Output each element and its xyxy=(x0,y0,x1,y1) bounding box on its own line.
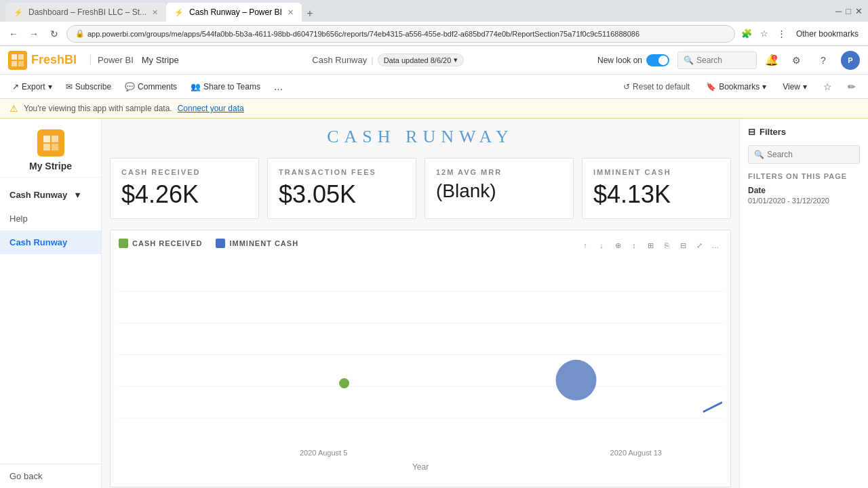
sidebar-item-help[interactable]: Help xyxy=(0,207,101,230)
tab1-close[interactable]: ✕ xyxy=(152,8,158,17)
filters-on-page-label: Filters on this page xyxy=(748,172,860,180)
app-container: FreshBI Power BI My Stripe Cash Runway |… xyxy=(0,46,868,488)
chart-more-btn[interactable]: … xyxy=(709,239,722,252)
sidebar-help-label: Help xyxy=(9,214,28,224)
minimize-btn[interactable]: ─ xyxy=(835,6,842,16)
browser-tabs: ⚡ Dashboard – FreshBI LLC – St... ✕ ⚡ Ca… xyxy=(5,0,318,22)
info-banner: ⚠ You're viewing this app with sample da… xyxy=(0,99,868,119)
sidebar-item-cash-runway-header[interactable]: Cash Runway ▾ xyxy=(0,183,101,207)
sidebar-cash-runway-label: Cash Runway xyxy=(9,190,67,200)
notification-bell[interactable]: 🔔 1 xyxy=(765,54,778,66)
legend-cash-received: CASH RECEIVED xyxy=(119,239,202,248)
data-updated-text: Data updated 8/6/20 xyxy=(384,56,452,64)
export-button[interactable]: ↗ Export ▾ xyxy=(7,79,58,94)
bookmarks-button[interactable]: 🔖 Bookmarks ▾ xyxy=(701,79,772,94)
report-info: Cash Runway | Data updated 8/6/20 ▾ xyxy=(312,54,464,66)
filters-search-input[interactable] xyxy=(767,150,868,159)
reset-label: Reset to default xyxy=(633,82,690,92)
sidebar-nav: Cash Runway ▾ Help Cash Runway xyxy=(0,178,101,464)
chart-point-green[interactable] xyxy=(339,378,349,388)
close-btn[interactable]: ✕ xyxy=(855,6,863,16)
view-button[interactable]: View ▾ xyxy=(777,79,812,94)
main-layout: My Stripe Cash Runway ▾ Help Cash Runway… xyxy=(0,119,868,488)
svg-rect-2 xyxy=(12,61,17,66)
logo-area: FreshBI xyxy=(8,51,77,70)
chart-collapse-btn[interactable]: ↓ xyxy=(595,239,608,252)
legend-cash-received-label: CASH RECEIVED xyxy=(132,239,202,247)
tab2-close[interactable]: ✕ xyxy=(288,8,294,17)
new-look-toggle[interactable] xyxy=(646,54,669,66)
maximize-btn[interactable]: □ xyxy=(846,6,851,16)
sidebar-logo-icon xyxy=(37,129,64,157)
svg-rect-1 xyxy=(18,54,24,60)
chart-expand-btn[interactable]: ↑ xyxy=(578,239,592,252)
kpi-value-cash-received: $4.26K xyxy=(121,180,199,209)
go-back-button[interactable]: Go back xyxy=(0,464,101,488)
help-icon-btn[interactable]: ? xyxy=(814,51,833,70)
settings-btn[interactable]: ⋮ xyxy=(774,26,789,41)
browser-tab-1[interactable]: ⚡ Dashboard – FreshBI LLC – St... ✕ xyxy=(5,3,166,22)
back-button[interactable]: ← xyxy=(5,26,22,42)
kpi-card-cash-received: CASH RECEIVED $4.26K xyxy=(110,158,259,219)
extensions-btn[interactable]: 🧩 xyxy=(739,26,754,41)
tab2-label: Cash Runway – Power BI xyxy=(189,7,282,17)
sidebar-collapse-icon[interactable]: ▾ xyxy=(73,190,82,200)
user-avatar[interactable]: P xyxy=(841,51,860,70)
view-chevron: ▾ xyxy=(803,82,807,92)
chart-toolbar: ↑ ↓ ⊕ ↕ ⊞ ⎘ ⊟ ⤢ … xyxy=(578,239,722,252)
chart-sort-btn[interactable]: ↕ xyxy=(627,239,641,252)
kpi-value-transaction-fees: $3.05K xyxy=(279,180,356,209)
forward-button[interactable]: → xyxy=(26,26,42,42)
chart-drill-btn[interactable]: ⊕ xyxy=(611,239,625,252)
settings-icon-btn[interactable]: ⚙ xyxy=(787,51,806,70)
share-button[interactable]: 👥 Share to Teams xyxy=(185,79,266,94)
url-text: app.powerbi.com/groups/me/apps/544fa0bb-… xyxy=(87,30,639,38)
other-bookmarks[interactable]: Other bookmarks xyxy=(792,29,863,39)
filter-icon: ⊟ xyxy=(748,127,755,137)
url-bar[interactable]: 🔒 app.powerbi.com/groups/me/apps/544fa0b… xyxy=(66,25,735,43)
svg-rect-5 xyxy=(52,136,58,142)
search-bar[interactable]: 🔍 xyxy=(677,52,757,69)
sidebar-item-cash-runway-active[interactable]: Cash Runway xyxy=(0,230,101,254)
filters-search-bar[interactable]: 🔍 xyxy=(748,145,860,164)
comments-button[interactable]: 💬 Comments xyxy=(119,79,182,94)
refresh-button[interactable]: ↻ xyxy=(46,26,62,42)
edit-toolbar-btn[interactable]: ✏ xyxy=(842,77,861,96)
chart-point-blue[interactable] xyxy=(556,360,597,401)
toolbar-right: ↺ Reset to default 🔖 Bookmarks ▾ View ▾ … xyxy=(618,77,861,96)
sidebar-logo-area: My Stripe xyxy=(0,119,101,178)
notification-badge: 1 xyxy=(772,55,777,60)
chart-filter-btn[interactable]: ⊟ xyxy=(676,239,690,252)
info-message: You're viewing this app with sample data… xyxy=(24,104,172,113)
browser-titlebar: ⚡ Dashboard – FreshBI LLC – St... ✕ ⚡ Ca… xyxy=(0,0,868,22)
search-input[interactable] xyxy=(696,56,751,65)
subscribe-button[interactable]: ✉ Subscribe xyxy=(60,79,117,94)
share-label: Share to Teams xyxy=(203,82,260,92)
kpi-value-imminent-cash: $4.13K xyxy=(593,180,671,209)
more-options-button[interactable]: ... xyxy=(269,78,288,96)
kpi-label-imminent-cash: IMMINENT CASH xyxy=(593,168,671,176)
reset-icon: ↺ xyxy=(623,82,630,92)
my-stripe-nav-label[interactable]: My Stripe xyxy=(142,55,179,65)
subscribe-label: Subscribe xyxy=(75,82,111,92)
new-look-toggle-area: New look on xyxy=(597,54,669,66)
kpi-card-imminent-cash: IMMINENT CASH $4.13K xyxy=(582,158,731,219)
freshbi-logo-icon xyxy=(8,51,27,70)
star-toolbar-btn[interactable]: ☆ xyxy=(818,77,837,96)
svg-rect-7 xyxy=(52,144,58,150)
browser-tab-2[interactable]: ⚡ Cash Runway – Power BI ✕ xyxy=(166,3,302,22)
new-tab-button[interactable]: + xyxy=(302,5,318,22)
filter-item-date: Date 01/01/2020 - 31/12/2020 xyxy=(748,186,860,205)
data-updated-badge[interactable]: Data updated 8/6/20 ▾ xyxy=(378,54,465,66)
chart-copy-btn[interactable]: ⎘ xyxy=(660,239,673,252)
reset-button[interactable]: ↺ Reset to default xyxy=(618,79,695,94)
content-area: CASH RUNWAY CASH RECEIVED $4.26K TRANSAC… xyxy=(102,119,739,488)
star-btn[interactable]: ☆ xyxy=(757,26,772,41)
filter-date-value: 01/01/2020 - 31/12/2020 xyxy=(748,197,860,205)
connect-data-link[interactable]: Connect your data xyxy=(178,104,244,113)
bookmarks-chevron: ▾ xyxy=(762,82,766,92)
chart-fullscreen-btn[interactable]: ⤢ xyxy=(692,239,706,252)
svg-rect-4 xyxy=(43,136,50,142)
bookmark-icon: 🔖 xyxy=(706,82,716,92)
chart-focus-btn[interactable]: ⊞ xyxy=(644,239,657,252)
